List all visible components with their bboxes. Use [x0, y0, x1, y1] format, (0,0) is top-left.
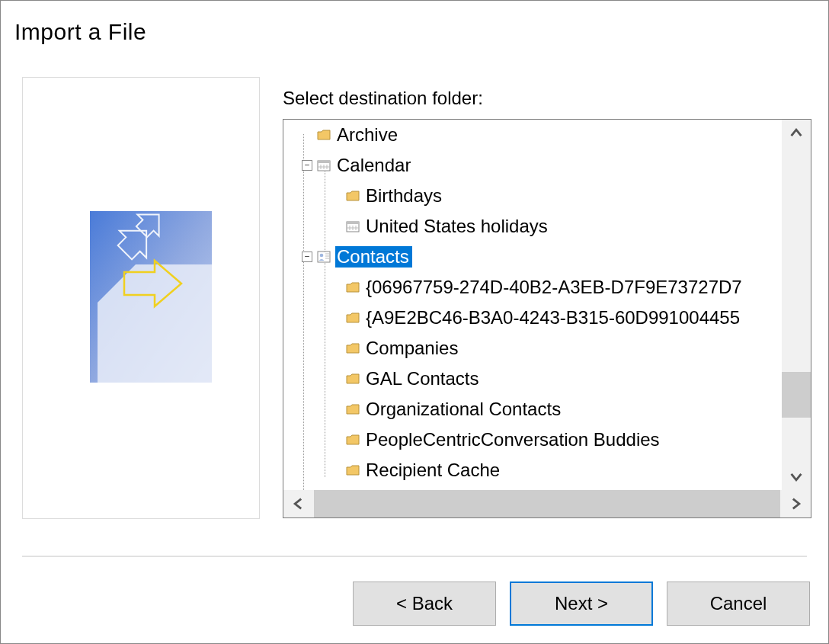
folder-tree-viewport: Archive−CalendarBirthdaysUnited States h…	[283, 120, 782, 490]
tree-item-label: United States holidays	[364, 216, 551, 237]
folder-icon	[346, 404, 360, 415]
tree-item[interactable]: GAL Contacts	[283, 364, 782, 394]
next-button[interactable]: Next >	[510, 582, 653, 626]
horizontal-scrollbar[interactable]	[283, 490, 811, 517]
scroll-left-arrow-icon[interactable]	[283, 490, 314, 517]
tree-item-label: {A9E2BC46-B3A0-4243-B315-60D991004455	[364, 307, 743, 328]
tree-item-label: GAL Contacts	[364, 368, 482, 389]
folder-icon	[346, 465, 360, 476]
folder-icon	[346, 282, 360, 293]
dialog-body: Select destination folder: Archive−Calen…	[22, 77, 810, 527]
folder-icon	[346, 312, 360, 323]
back-button[interactable]: < Back	[353, 582, 496, 626]
tree-item-label: Companies	[364, 338, 461, 359]
folder-icon	[346, 373, 360, 384]
tree-item-label: Archive	[335, 124, 401, 146]
divider	[22, 556, 807, 557]
tree-item[interactable]: Birthdays	[283, 181, 782, 211]
vertical-scroll-thumb[interactable]	[782, 372, 811, 418]
tree-expander-icon[interactable]: −	[302, 160, 312, 171]
vertical-scroll-track[interactable]	[782, 147, 811, 463]
tree-expander-icon[interactable]: −	[302, 252, 312, 262]
horizontal-scroll-thumb[interactable]	[314, 490, 780, 517]
tree-item[interactable]: Organizational Contacts	[283, 394, 782, 425]
instruction-label: Select destination folder:	[283, 88, 483, 109]
tree-item-label: {06967759-274D-40B2-A3EB-D7F9E73727D7	[364, 277, 745, 298]
folder-tree[interactable]: Archive−CalendarBirthdaysUnited States h…	[283, 119, 811, 518]
svg-point-15	[320, 254, 324, 258]
vertical-scrollbar[interactable]	[782, 120, 811, 490]
folder-icon	[317, 130, 331, 140]
import-file-dialog: Import a File	[0, 0, 829, 644]
tree-item-label: Recipient Cache	[364, 460, 503, 481]
svg-rect-3	[318, 161, 330, 163]
scroll-down-arrow-icon[interactable]	[782, 463, 811, 490]
folder-icon	[346, 191, 360, 201]
wizard-graphic-panel	[22, 77, 260, 519]
calendar-icon	[317, 159, 331, 171]
folder-icon	[346, 434, 360, 445]
svg-rect-9	[347, 222, 359, 224]
tree-item-label: Birthdays	[364, 185, 445, 207]
scroll-up-arrow-icon[interactable]	[782, 120, 811, 147]
tree-item[interactable]: −Calendar	[283, 150, 782, 181]
tree-item-label: PeopleCentricConversation Buddies	[364, 429, 663, 450]
tree-item[interactable]: {06967759-274D-40B2-A3EB-D7F9E73727D7	[283, 272, 782, 303]
cancel-button[interactable]: Cancel	[667, 582, 810, 626]
tree-item[interactable]: Companies	[283, 333, 782, 364]
scroll-right-arrow-icon[interactable]	[780, 490, 811, 517]
contacts-icon	[317, 251, 331, 263]
tree-item-label: Contacts	[335, 246, 412, 268]
tree-item[interactable]: −Contacts	[283, 242, 782, 272]
calendar-icon	[346, 220, 360, 232]
tree-item[interactable]: {A9E2BC46-B3A0-4243-B315-60D991004455	[283, 303, 782, 333]
dialog-title: Import a File	[14, 19, 146, 45]
tree-item-label: Calendar	[335, 155, 414, 176]
tree-item[interactable]: Recipient Cache	[283, 455, 782, 485]
folder-icon	[346, 343, 360, 354]
button-row: < Back Next > Cancel	[353, 582, 810, 626]
horizontal-scroll-track[interactable]	[314, 490, 780, 517]
wizard-graphic-icon	[90, 211, 212, 383]
tree-item-label: Organizational Contacts	[364, 399, 564, 420]
tree-item[interactable]: United States holidays	[283, 211, 782, 242]
tree-item[interactable]: Archive	[283, 120, 782, 150]
tree-item[interactable]: PeopleCentricConversation Buddies	[283, 425, 782, 455]
